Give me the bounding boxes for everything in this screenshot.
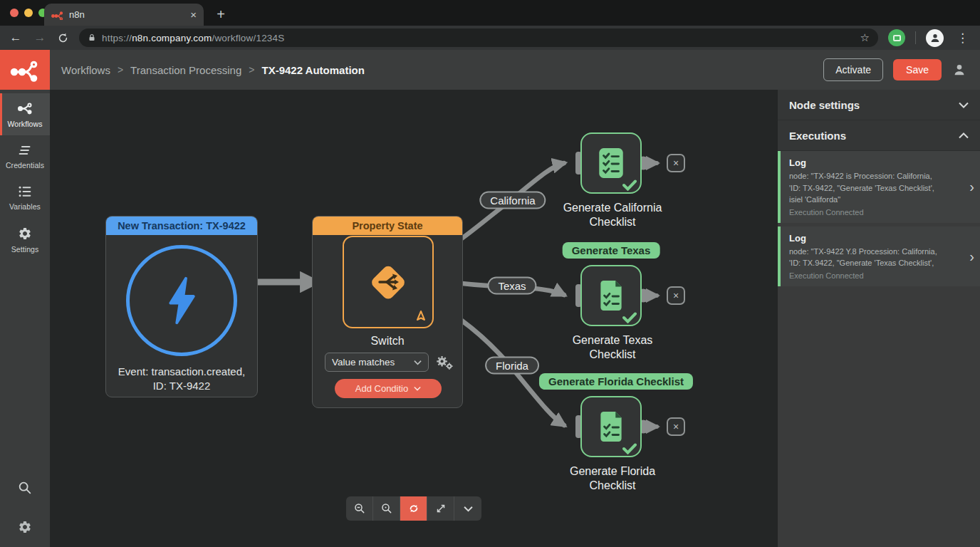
executions-header[interactable]: Executions bbox=[778, 120, 980, 151]
node-generate-florida[interactable] bbox=[580, 396, 642, 457]
zoom-out-icon bbox=[353, 502, 366, 515]
toolbar-more-button[interactable] bbox=[454, 496, 481, 521]
mac-minimize-button[interactable] bbox=[24, 9, 33, 17]
url-text: https://n8n.company.com/workflow/1234S bbox=[102, 33, 285, 43]
node-settings-header[interactable]: Node settings bbox=[778, 90, 980, 120]
breadcrumb-separator: > bbox=[118, 64, 123, 75]
sidebar-item-workflows[interactable]: Workflows bbox=[0, 93, 50, 135]
activate-button[interactable]: Activate bbox=[823, 58, 883, 81]
breadcrumb-section[interactable]: Transaction Processing bbox=[130, 64, 241, 76]
switch-corner-glyph bbox=[415, 310, 427, 323]
chevron-down-icon bbox=[959, 102, 969, 108]
browser-window: n8n × + ← → https://n8n.company.com/work… bbox=[0, 0, 980, 547]
node-label-california: Generate California Checklist bbox=[550, 201, 675, 229]
branch-pill-california: California bbox=[479, 192, 546, 209]
badge-generate-florida: Generate Florida Checklist bbox=[539, 373, 693, 390]
workflows-icon bbox=[17, 102, 33, 115]
disabled-output-box[interactable]: × bbox=[667, 286, 685, 305]
reload-icon[interactable] bbox=[57, 32, 69, 44]
disabled-output-box[interactable]: × bbox=[667, 154, 685, 172]
breadcrumb-separator: > bbox=[249, 64, 254, 75]
browser-menu-icon[interactable]: ⋮ bbox=[954, 31, 971, 46]
log-line: node: "TX-9422 is Procession: California… bbox=[789, 170, 961, 182]
add-condition-button[interactable]: Add Conditio bbox=[335, 379, 442, 398]
new-tab-button[interactable]: + bbox=[211, 4, 231, 24]
x-icon: × bbox=[673, 157, 679, 169]
gears-icon bbox=[435, 354, 454, 371]
sidebar-bottom-settings[interactable] bbox=[0, 520, 50, 534]
n8n-logo-icon bbox=[10, 58, 40, 82]
refresh-icon bbox=[407, 502, 420, 515]
user-icon[interactable] bbox=[952, 62, 967, 78]
node-generate-texas[interactable] bbox=[580, 265, 642, 326]
mac-close-button[interactable] bbox=[10, 9, 19, 17]
fit-view-button[interactable] bbox=[427, 496, 454, 521]
disabled-output-box[interactable]: × bbox=[667, 417, 685, 436]
chevron-right-icon[interactable]: › bbox=[969, 179, 974, 195]
execution-log-entry[interactable]: Log node: "TX-9422 Y.8 Procession: Calif… bbox=[778, 226, 980, 286]
app-header: Workflows > Transaction Processing > TX-… bbox=[0, 50, 980, 90]
tab-close-icon[interactable]: × bbox=[190, 9, 197, 21]
lightning-bolt-icon bbox=[161, 275, 202, 326]
sidebar-item-variables[interactable]: Variables bbox=[0, 177, 50, 218]
search-icon bbox=[17, 480, 33, 496]
chevron-up-icon bbox=[959, 132, 969, 139]
node-label-florida: Generate Florida Checklist bbox=[550, 464, 675, 493]
n8n-favicon bbox=[51, 10, 63, 20]
checklist-doc-icon bbox=[598, 410, 625, 443]
switch-icon-frame bbox=[343, 236, 434, 328]
n8n-logo[interactable] bbox=[0, 50, 50, 90]
back-icon[interactable]: ← bbox=[9, 31, 23, 45]
gear-icon bbox=[18, 520, 32, 534]
browser-tab[interactable]: n8n × bbox=[44, 4, 204, 26]
log-line: 'ID: TX.9422, "Generate 'Texas Checklist… bbox=[789, 257, 961, 269]
node-generate-california[interactable] bbox=[580, 132, 642, 194]
browser-profile-avatar[interactable] bbox=[926, 29, 944, 47]
x-icon: × bbox=[673, 290, 679, 301]
checklist-doc-icon bbox=[598, 279, 625, 312]
sidebar-search[interactable] bbox=[0, 480, 50, 496]
log-title: Log bbox=[789, 157, 961, 168]
tab-title: n8n bbox=[69, 9, 184, 20]
canvas-toolbar bbox=[346, 496, 481, 521]
sidebar-item-credentials[interactable]: Credentials bbox=[0, 135, 50, 177]
sidebar: Workflows Credentials Variables bbox=[0, 90, 50, 547]
checklist-doc-icon bbox=[598, 147, 625, 179]
toolbar-divider bbox=[915, 31, 916, 44]
switch-mode-dropdown[interactable]: Value matches bbox=[325, 353, 429, 372]
save-button[interactable]: Save bbox=[893, 59, 942, 80]
address-bar[interactable]: https://n8n.company.com/workflow/1234S ☆ bbox=[79, 28, 878, 47]
sidebar-nav: Workflows Credentials Variables bbox=[0, 90, 50, 261]
forward-icon[interactable]: → bbox=[33, 31, 47, 45]
zoom-in-button[interactable] bbox=[373, 496, 400, 521]
switch-mode-value: Value matches bbox=[332, 357, 410, 368]
expand-diagonal-icon bbox=[434, 502, 447, 515]
settings-gear-icon bbox=[18, 226, 32, 241]
zoom-out-button[interactable] bbox=[346, 496, 373, 521]
log-line: 'ID: TX-9422, "Generate 'Texas Checklist… bbox=[789, 182, 961, 194]
branch-pill-texas: Texas bbox=[487, 277, 536, 295]
execution-log-entry[interactable]: Log node: "TX-9422 is Procession: Califo… bbox=[778, 151, 980, 223]
window-controls bbox=[10, 9, 47, 17]
extension-icon[interactable] bbox=[888, 29, 905, 46]
profile-person-icon bbox=[929, 32, 941, 43]
chevron-right-icon[interactable]: › bbox=[969, 248, 974, 264]
trigger-node[interactable]: New Transaction: TX-9422 Event: transact… bbox=[105, 216, 258, 397]
zoom-in-icon bbox=[380, 502, 393, 515]
chevron-down-icon bbox=[414, 360, 422, 365]
workflow-canvas[interactable]: New Transaction: TX-9422 Event: transact… bbox=[50, 90, 778, 547]
executions-label: Executions bbox=[789, 130, 846, 142]
switch-node-header: Property State bbox=[313, 217, 462, 235]
switch-settings-icon[interactable] bbox=[435, 354, 454, 374]
sidebar-item-settings[interactable]: Settings bbox=[0, 218, 50, 261]
switch-node[interactable]: Property State bbox=[312, 216, 463, 408]
bookmark-star-icon[interactable]: ☆ bbox=[860, 31, 870, 44]
switch-diamond-icon bbox=[364, 258, 412, 306]
breadcrumb-workflows[interactable]: Workflows bbox=[61, 64, 110, 76]
variables-icon bbox=[18, 185, 32, 198]
url-path: /workflow/1234S bbox=[212, 33, 284, 43]
refresh-button[interactable] bbox=[400, 496, 427, 521]
trigger-node-header: New Transaction: TX-9422 bbox=[106, 217, 257, 235]
badge-generate-texas: Generate Texas bbox=[563, 242, 660, 259]
sidebar-item-label: Credentials bbox=[6, 161, 44, 170]
